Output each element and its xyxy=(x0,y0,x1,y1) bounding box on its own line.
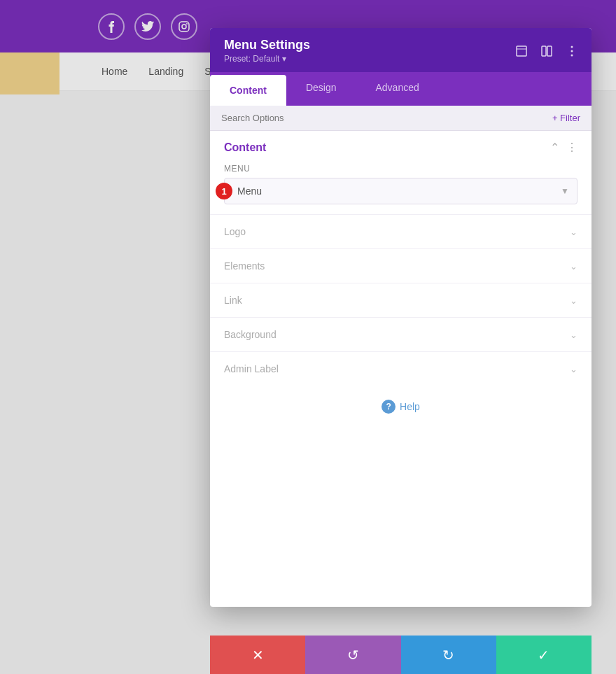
tab-advanced[interactable]: Advanced xyxy=(356,72,438,106)
background-section[interactable]: Background ⌄ xyxy=(210,317,592,351)
modal-header: Menu Settings Preset: Default ▾ xyxy=(210,28,592,72)
help-button[interactable]: Help xyxy=(400,401,420,412)
modal-title-group: Menu Settings Preset: Default ▾ xyxy=(224,38,310,64)
link-chevron-icon: ⌄ xyxy=(570,295,578,306)
menu-badge: 1 xyxy=(216,183,232,199)
menu-select[interactable]: Menu xyxy=(224,178,578,204)
help-row: ? Help xyxy=(210,386,592,428)
content-section-header: Content ⌃ ⋮ xyxy=(210,131,592,161)
search-bar: + Filter xyxy=(210,106,592,131)
svg-point-9 xyxy=(571,54,573,56)
body-spacer xyxy=(210,428,592,607)
background-label: Background xyxy=(224,329,276,340)
admin-label-section[interactable]: Admin Label ⌄ xyxy=(210,351,592,386)
search-input[interactable] xyxy=(221,113,552,123)
elements-label: Elements xyxy=(224,260,265,272)
cancel-button[interactable]: ✕ xyxy=(210,636,305,674)
svg-point-7 xyxy=(571,45,573,48)
background-chevron-icon: ⌄ xyxy=(570,330,578,340)
logo-section[interactable]: Logo ⌄ xyxy=(210,214,592,248)
logo-chevron-icon: ⌄ xyxy=(570,227,578,237)
menu-dropdown-row: Menu 1 Menu ▼ xyxy=(210,161,592,214)
tab-bar: Content Design Advanced xyxy=(210,72,592,106)
menu-select-wrapper: 1 Menu ▼ xyxy=(224,178,578,204)
admin-label-chevron-icon: ⌄ xyxy=(570,364,578,374)
tab-content[interactable]: Content xyxy=(210,75,286,106)
svg-rect-3 xyxy=(517,46,526,56)
admin-label-label: Admin Label xyxy=(224,363,279,374)
menu-field-label: Menu xyxy=(224,164,578,174)
link-section[interactable]: Link ⌄ xyxy=(210,283,592,317)
link-label: Link xyxy=(224,295,242,306)
collapse-section-icon[interactable]: ⌃ xyxy=(550,141,559,154)
svg-rect-6 xyxy=(547,46,552,56)
svg-rect-5 xyxy=(542,46,546,56)
logo-label: Logo xyxy=(224,226,246,237)
modal-body: Content ⌃ ⋮ Menu 1 Menu ▼ Logo ⌄ Element… xyxy=(210,131,592,607)
section-more-icon[interactable]: ⋮ xyxy=(566,141,578,154)
elements-chevron-icon: ⌄ xyxy=(570,261,578,272)
undo-button[interactable]: ↺ xyxy=(305,636,400,674)
more-icon[interactable] xyxy=(564,43,580,59)
elements-section[interactable]: Elements ⌄ xyxy=(210,248,592,283)
svg-point-8 xyxy=(571,50,573,52)
layout-icon[interactable] xyxy=(538,43,555,59)
help-icon: ? xyxy=(382,400,396,414)
tab-design[interactable]: Design xyxy=(286,72,356,106)
filter-button[interactable]: + Filter xyxy=(552,113,580,123)
content-section-title: Content xyxy=(224,141,266,154)
menu-settings-modal: Menu Settings Preset: Default ▾ xyxy=(210,28,592,607)
section-header-icons: ⌃ ⋮ xyxy=(550,141,578,154)
action-bar: ✕ ↺ ↻ ✓ xyxy=(210,636,592,674)
resize-icon[interactable] xyxy=(513,43,530,59)
save-button[interactable]: ✓ xyxy=(496,636,592,674)
redo-button[interactable]: ↻ xyxy=(401,636,496,674)
modal-header-icons xyxy=(513,43,580,59)
modal-preset[interactable]: Preset: Default ▾ xyxy=(224,54,310,64)
modal-title: Menu Settings xyxy=(224,38,310,52)
